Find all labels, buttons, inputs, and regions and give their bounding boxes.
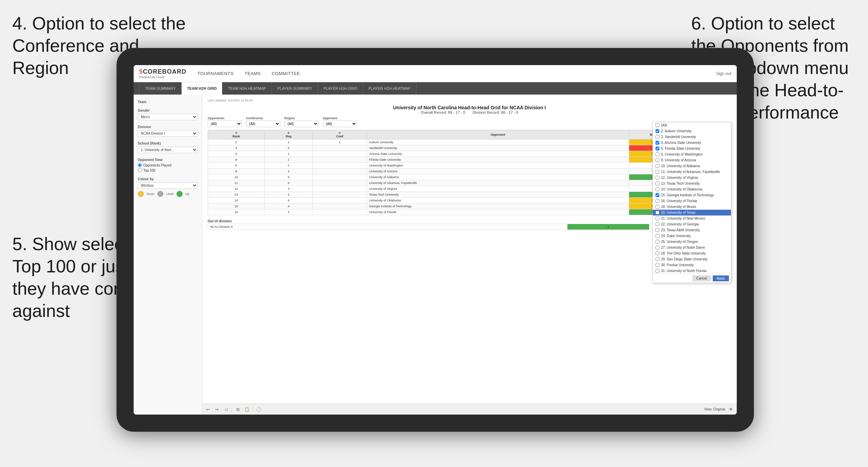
cell-rank: 12 [208,186,265,192]
dropdown-actions: CancelApply [653,274,731,283]
conference-select[interactable]: (All) [246,121,280,127]
division-record: Division Record: 88 - 17 - 0 [473,110,518,114]
cell-rank: 15 [208,204,265,209]
cell-reg: 1 [265,151,313,157]
division-select[interactable]: NCAA Division I [138,130,198,137]
dropdown-item[interactable]: 10. University of Alabama [653,163,731,169]
sec-nav-team-summary[interactable]: TEAM SUMMARY [139,82,182,95]
dropdown-item[interactable]: 23. Texas A&M University [653,227,731,233]
school-select[interactable]: 1. University of Nort... [138,147,198,153]
cancel-button[interactable]: Cancel [693,275,711,281]
cell-conf [313,186,367,192]
dropdown-item[interactable]: 20. University of Texas [653,210,731,216]
logo: 5COREBOARD Powered by Cloud [139,68,186,79]
radio-top100[interactable]: Top 100 [138,168,198,172]
cell-opponent: University of Virginia [367,186,629,192]
colour-by-select[interactable]: Win/loss [138,182,198,189]
cell-reg: 2 [265,157,313,163]
view-icon[interactable]: 👁 [728,406,734,413]
dropdown-item[interactable]: 18. University of Illinois [653,204,731,210]
top-nav: 5COREBOARD Powered by Cloud TOURNAMENTS … [134,65,737,82]
dropdown-item[interactable]: 29. San Diego State University [653,256,731,262]
cell-rank: 3 [208,145,265,151]
opponents-select[interactable]: (All) [208,121,242,127]
cell-reg: 9 [265,198,313,204]
secondary-nav: TEAM SUMMARY TEAM H2H GRID TEAM H2H HEAT… [134,82,737,95]
sec-nav-player-summary[interactable]: PLAYER SUMMARY [272,82,318,95]
cell-reg: 3 [265,186,313,192]
ood-division: NCAA Division II [208,224,567,230]
cell-opponent: University of Oklahoma [367,198,629,204]
dropdown-item[interactable]: 27. University of Notre Dame [653,245,731,250]
cell-conf [313,174,367,180]
radio-opponents-played[interactable]: Opponents Played [138,163,198,167]
dropdown-item[interactable]: 13. Texas Tech University [653,181,731,186]
dropdown-item[interactable]: 12. University of Virginia [653,175,731,181]
up-label: Up [185,192,190,196]
dropdown-item[interactable]: 21. University of New Mexico [653,216,731,221]
dropdown-item[interactable]: 6. University of Washington [653,151,731,157]
clock-icon[interactable]: 🕐 [256,406,262,413]
cell-reg: 4 [265,204,313,209]
redo-icon[interactable]: ↪ [214,406,220,413]
apply-button[interactable]: Apply [713,275,729,281]
sign-out[interactable]: Sign out [716,71,731,76]
dropdown-item[interactable]: 25. University of Oregon [653,239,731,245]
gender-select[interactable]: Men's [138,114,198,120]
team-label: Team [138,100,198,104]
level-label: Level [166,192,174,196]
overall-record: Overall Record: 89 - 17 - 0 [421,110,465,114]
colour-by-label: Colour by [138,177,198,181]
nav-committee[interactable]: COMMITTEE [272,71,300,76]
dropdown-item[interactable]: 30. Purdue University [653,262,731,268]
sec-nav-player-h2h-grid[interactable]: PLAYER H2H GRID [318,82,363,95]
dropdown-item[interactable]: 16. University of Florida [653,198,731,204]
col-reg: #Reg [265,130,313,139]
dropdown-item[interactable]: 4. Arizona State University [653,140,731,146]
undo-icon[interactable]: ↩ [205,406,211,413]
region-select[interactable]: (All) [284,121,319,127]
toolbar-separator-2 [253,407,253,412]
cell-opponent: Georgia Institute of Technology [367,204,629,209]
dropdown-item[interactable]: 28. The Ohio State University [653,250,731,256]
sec-nav-team-h2h-grid[interactable]: TEAM H2H GRID [182,82,223,95]
sec-nav-team-h2h-heatmap[interactable]: TEAM H2H HEATMAP [222,82,272,95]
dropdown-item[interactable]: 3. Vanderbilt University [653,134,731,140]
tablet-screen: 5COREBOARD Powered by Cloud TOURNAMENTS … [134,65,737,415]
copy-icon[interactable]: ⧉ [235,406,241,413]
paste-icon[interactable]: 📋 [244,406,250,413]
back-icon[interactable]: ◁ [223,406,229,413]
dropdown-item[interactable]: 5. Florida State University [653,146,731,151]
sidebar-team-section: Team [138,100,198,104]
dropdown-item[interactable]: 24. Duke University [653,233,731,239]
dropdown-item[interactable]: 8. University of Arizona [653,157,731,163]
nav-tournaments[interactable]: TOURNAMENTS [197,71,234,76]
opponent-view-label: Opponent View [138,158,198,162]
nav-teams[interactable]: TEAMS [245,71,261,76]
dropdown-item[interactable]: 11. University of Arkansas, Fayetteville [653,169,731,175]
col-conf: #Conf [313,130,367,139]
cell-conf [313,151,367,157]
dropdown-item[interactable]: (All) [653,122,731,128]
dropdown-item[interactable]: 14. University of Oklahoma [653,186,731,192]
dropdown-item[interactable]: 15. Georgia Institute of Technology [653,192,731,198]
dropdown-item[interactable]: 22. University of Georgia [653,221,731,227]
cell-conf [313,169,367,174]
region-filter: Region (All) [284,116,319,127]
conference-filter: Conference (All) [246,116,280,127]
cell-opponent: University of Arkansas, Fayetteville [367,180,629,186]
down-label: Down [147,192,155,196]
opponent-select[interactable]: (All) [323,121,357,127]
cell-opponent: University of Arizona [367,169,629,174]
dropdown-item[interactable]: 31. University of North Florida [653,268,731,274]
dropdown-item[interactable]: 2. Auburn University [653,128,731,134]
cell-rank: 10 [208,174,265,180]
view-label: View: Original [704,407,725,411]
gender-label: Gender [138,109,198,112]
sidebar-gender-section: Gender Men's [138,109,198,120]
cell-rank: 16 [208,209,265,215]
sec-nav-player-h2h-heatmap[interactable]: PLAYER H2H HEATMAP [363,82,416,95]
opponent-dropdown[interactable]: (All)2. Auburn University3. Vanderbilt U… [652,122,731,283]
cell-rank: 6 [208,157,265,163]
opponent-filter: Opponent (All) [323,116,357,127]
